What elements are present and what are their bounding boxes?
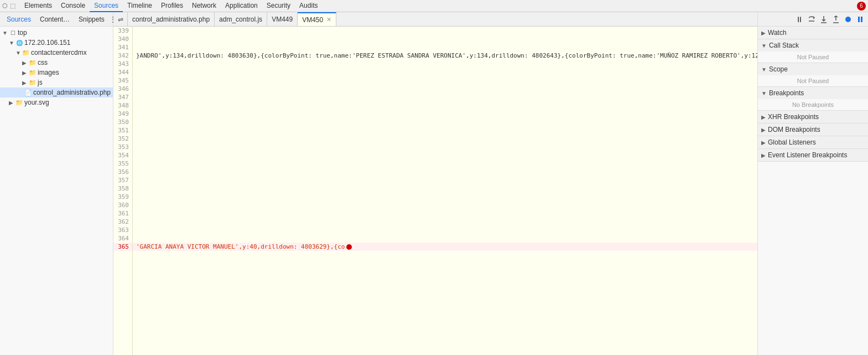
code-line-358: [133, 184, 757, 193]
step-over-button[interactable]: [806, 14, 817, 25]
nav-console[interactable]: Console: [56, 0, 90, 12]
code-line-344: [133, 68, 757, 76]
tree-item-yoursvg[interactable]: ▶ 📁 your.svg: [0, 97, 113, 107]
code-line-343: [133, 60, 757, 68]
breakpoint-indicator[interactable]: [346, 244, 352, 250]
callstack-content: Not Paused: [758, 52, 868, 63]
tab-content[interactable]: Content…: [35, 14, 74, 24]
code-line-362: [133, 218, 757, 226]
line-number-357[interactable]: 357: [113, 176, 132, 184]
tree-item-css[interactable]: ▶ 📁 css: [0, 58, 113, 68]
nav-network[interactable]: Network: [188, 0, 221, 12]
tab-label-vm450: VM450: [302, 16, 323, 24]
line-number-342[interactable]: 342: [113, 52, 132, 60]
tree-item-top[interactable]: ▼ ☐ top: [0, 28, 113, 38]
section-breakpoints-header[interactable]: ▼ Breakpoints: [758, 87, 868, 99]
line-number-343[interactable]: 343: [113, 60, 132, 68]
step-out-button[interactable]: [830, 14, 841, 25]
tree-arrow-contactcenter: ▼: [15, 50, 22, 56]
line-number-341[interactable]: 341: [113, 43, 132, 52]
section-callstack: ▼ Call Stack Not Paused: [758, 39, 868, 63]
nav-sources[interactable]: Sources: [90, 0, 123, 12]
section-callstack-header[interactable]: ▼ Call Stack: [758, 39, 868, 52]
line-number-358[interactable]: 358: [113, 184, 132, 193]
line-number-348[interactable]: 348: [113, 101, 132, 110]
code-content[interactable]: }ANDRO',y:134,drilldown: 4803630},{color…: [133, 27, 757, 355]
event-arrow-icon: ▶: [761, 152, 766, 158]
nav-audits[interactable]: Audits: [295, 0, 322, 12]
svg-point-5: [845, 17, 851, 22]
right-toolbar: ⏸: [758, 12, 868, 27]
callstack-label: Call Stack: [769, 42, 799, 49]
tab-sources[interactable]: Sources: [2, 14, 35, 24]
pause-button[interactable]: ⏸: [794, 14, 805, 25]
editor-toggle-icon[interactable]: ⇌: [113, 12, 128, 27]
code-line-364: [133, 234, 757, 243]
folder-icon-yoursvg: 📁: [15, 99, 23, 106]
section-breakpoints: ▼ Breakpoints No Breakpoints: [758, 87, 868, 111]
breakpoints-label: Breakpoints: [769, 89, 804, 97]
step-into-button[interactable]: [818, 14, 829, 25]
line-number-361[interactable]: 361: [113, 209, 132, 218]
tree-item-control-php[interactable]: ▶ 📄 control_administrativo.php: [0, 88, 113, 97]
section-event-header[interactable]: ▶ Event Listener Breakpoints: [758, 149, 868, 161]
section-scope-header[interactable]: ▼ Scope: [758, 63, 868, 75]
nav-elements[interactable]: Elements: [20, 0, 56, 12]
tree-item-domain[interactable]: ▼ 🌐 172.20.106.151: [0, 38, 113, 48]
line-number-355[interactable]: 355: [113, 160, 132, 168]
code-line-356: [133, 168, 757, 176]
line-number-356[interactable]: 356: [113, 168, 132, 176]
section-global-header[interactable]: ▶ Global Listeners: [758, 136, 868, 148]
close-tab-vm450[interactable]: ✕: [326, 16, 331, 23]
line-number-362[interactable]: 362: [113, 218, 132, 226]
code-line-363: [133, 226, 757, 234]
svg-rect-7: [861, 17, 862, 22]
nav-security[interactable]: Security: [262, 0, 295, 12]
line-number-339[interactable]: 339: [113, 27, 132, 35]
nav-timeline[interactable]: Timeline: [123, 0, 157, 12]
line-number-349[interactable]: 349: [113, 110, 132, 118]
left-panel: Sources Content… Snippets ⋮ ▼ ☐ top ▼ 🌐 …: [0, 12, 113, 355]
section-dom-header[interactable]: ▶ DOM Breakpoints: [758, 124, 868, 136]
line-number-344[interactable]: 344: [113, 68, 132, 76]
code-line-350: [133, 118, 757, 126]
tab-snippets[interactable]: Snippets: [74, 14, 109, 24]
line-number-345[interactable]: 345: [113, 76, 132, 85]
editor-tab-vm449[interactable]: VM449: [267, 12, 298, 27]
tree-item-images[interactable]: ▶ 📁 images: [0, 68, 113, 78]
line-number-353[interactable]: 353: [113, 143, 132, 151]
code-line-345: [133, 76, 757, 85]
line-number-360[interactable]: 360: [113, 201, 132, 209]
tree-item-contactcenter[interactable]: ▼ 📁 contactcentercdmx: [0, 48, 113, 58]
tree-item-js[interactable]: ▶ 📁 js: [0, 78, 113, 88]
tree-label-images: images: [38, 69, 59, 76]
nav-profiles[interactable]: Profiles: [157, 0, 188, 12]
editor-tab-control-php[interactable]: control_administrativo.php: [128, 12, 215, 27]
editor-tab-vm450[interactable]: VM450 ✕: [298, 12, 336, 27]
nav-application[interactable]: Application: [221, 0, 262, 12]
line-number-340[interactable]: 340: [113, 35, 132, 43]
code-line-365: 'GARCIA ANAYA VICTOR MANUEL',y:40,drilld…: [133, 243, 757, 251]
line-number-352[interactable]: 352: [113, 135, 132, 143]
line-number-363[interactable]: 363: [113, 226, 132, 234]
line-number-365[interactable]: 365: [113, 243, 132, 251]
line-number-359[interactable]: 359: [113, 193, 132, 201]
code-line-346: [133, 85, 757, 93]
line-number-350[interactable]: 350: [113, 118, 132, 126]
section-watch-header[interactable]: ▶ Watch: [758, 27, 868, 39]
code-line-361: [133, 209, 757, 218]
line-number-364[interactable]: 364: [113, 234, 132, 243]
code-line-352: [133, 135, 757, 143]
line-number-351[interactable]: 351: [113, 126, 132, 135]
dom-arrow-icon: ▶: [761, 127, 766, 133]
editor-tab-adm-control[interactable]: adm_control.js: [215, 12, 267, 27]
section-xhr-header[interactable]: ▶ XHR Breakpoints: [758, 111, 868, 123]
pause-exception-button[interactable]: [855, 14, 866, 25]
xhr-arrow-icon: ▶: [761, 114, 766, 120]
file-icon-php: 📄: [24, 89, 32, 96]
line-number-354[interactable]: 354: [113, 151, 132, 160]
deactivate-button[interactable]: [843, 14, 854, 25]
line-number-346[interactable]: 346: [113, 85, 132, 93]
dock-icon[interactable]: ⬚: [10, 2, 15, 9]
line-number-347[interactable]: 347: [113, 93, 132, 101]
